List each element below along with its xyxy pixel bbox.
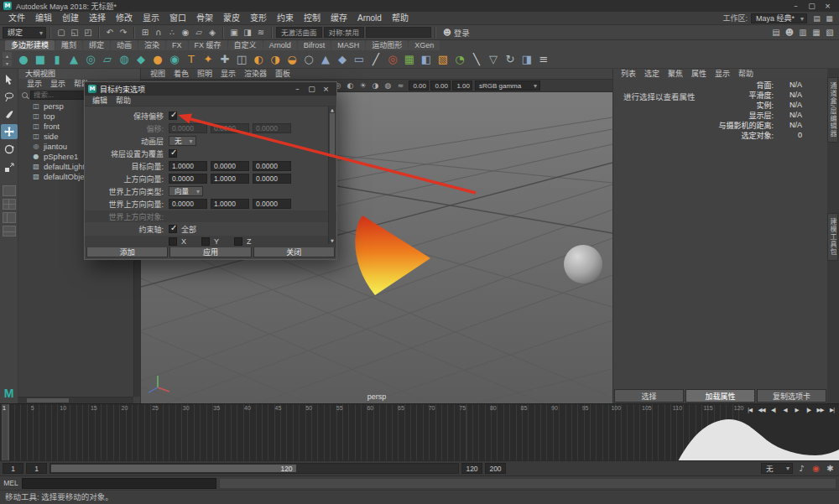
attribute-editor-menu[interactable]: 属性 xyxy=(687,69,711,79)
modeling-toolkit-tab[interactable]: 建模工具包 xyxy=(827,213,838,261)
reduce-icon[interactable]: ▽ xyxy=(485,51,502,68)
dialog-titlebar[interactable]: M 目标约束选项 – ▢ × xyxy=(85,82,336,96)
play-forward-icon[interactable]: ▶ xyxy=(791,405,802,414)
poly-plane-icon[interactable]: ▱ xyxy=(99,51,116,68)
multi-cut-icon[interactable]: ╱ xyxy=(367,51,384,68)
shadows-icon[interactable]: ◑ xyxy=(369,81,382,91)
single-pane-layout-button[interactable] xyxy=(3,185,16,196)
attribute-editor-menu[interactable]: 显示 xyxy=(711,69,734,79)
up-vector-y-field[interactable] xyxy=(211,174,249,184)
play-backward-icon[interactable]: ◀ xyxy=(779,405,790,414)
set-layer-override-checkbox[interactable] xyxy=(169,149,177,158)
snap-projected-center-icon[interactable]: ◉ xyxy=(179,26,192,39)
uv-editor-icon[interactable]: ▧ xyxy=(435,51,451,68)
make-live-icon[interactable]: ◈ xyxy=(206,26,219,39)
quad-draw-icon[interactable]: ▦ xyxy=(401,51,418,68)
viewport-menu[interactable]: 渲染器 xyxy=(240,69,271,79)
screen-space-ao-icon[interactable]: ◍ xyxy=(382,81,394,91)
menu-item[interactable]: 选择 xyxy=(84,12,111,24)
select-tool-button[interactable] xyxy=(1,71,18,86)
animation-start-field[interactable] xyxy=(3,463,23,474)
four-pane-layout-button[interactable] xyxy=(3,199,16,210)
mirror-icon[interactable]: ◧ xyxy=(418,51,435,68)
boolean-difference-icon[interactable]: ◑ xyxy=(267,51,284,68)
quick-input-field[interactable] xyxy=(366,27,431,38)
dialog-menu[interactable]: 帮助 xyxy=(112,96,135,106)
gamma-field[interactable] xyxy=(452,81,472,91)
attribute-editor-menu[interactable]: 列表 xyxy=(617,69,640,79)
rotate-tool-button[interactable] xyxy=(1,142,18,157)
constraint-axis-x-checkbox[interactable] xyxy=(169,237,177,246)
humanik-toggle-icon[interactable]: ☻ xyxy=(783,26,796,39)
poly-disc-icon[interactable]: ◍ xyxy=(116,51,133,68)
anim-preferences-icon[interactable]: ✱ xyxy=(824,463,836,475)
menu-item[interactable]: Arnold xyxy=(352,12,387,24)
sweep-mesh-icon[interactable]: ✦ xyxy=(200,51,216,68)
poly-cube-icon[interactable]: ■ xyxy=(32,51,49,68)
playback-end-field[interactable] xyxy=(461,463,482,474)
panel-button[interactable]: 加载属性 xyxy=(685,389,755,403)
animation-layer-dropdown[interactable]: 无 xyxy=(169,136,196,146)
redo-icon[interactable]: ↷ xyxy=(117,26,130,39)
constraint-axis-y-checkbox[interactable] xyxy=(201,237,210,246)
lasso-tool-button[interactable] xyxy=(1,89,18,104)
channel-box-layer-editor-tab[interactable]: 通道盒/层编辑器 xyxy=(827,77,838,143)
up-vector-z-field[interactable] xyxy=(253,174,291,184)
shelf-tab[interactable]: FX xyxy=(166,40,188,50)
panel-button[interactable]: 选择 xyxy=(614,389,684,403)
minimize-button[interactable]: – xyxy=(788,1,804,12)
workspace-settings-icon[interactable]: ▤ xyxy=(810,14,823,23)
two-pane-stacked-layout-button[interactable] xyxy=(3,226,16,236)
poly-torus-icon[interactable]: ◎ xyxy=(82,51,99,68)
character-set-dropdown[interactable]: 无 xyxy=(761,463,793,474)
world-up-vector-x-field[interactable] xyxy=(169,199,207,209)
tool-settings-toggle-icon[interactable]: ▦ xyxy=(810,26,823,39)
playback-range-bar[interactable]: 120 xyxy=(51,465,296,472)
scale-tool-button[interactable] xyxy=(1,159,18,174)
outliner-menu[interactable]: 显示 xyxy=(47,79,69,89)
separate-icon[interactable]: ◫ xyxy=(233,51,250,68)
menu-set-dropdown[interactable]: 绑定 xyxy=(3,27,46,39)
sculpt-tool-icon[interactable]: ◔ xyxy=(451,51,468,68)
extrude-icon[interactable]: ▲ xyxy=(317,51,334,68)
step-forward-frame-icon[interactable]: |▶ xyxy=(803,405,814,414)
menu-item[interactable]: 创建 xyxy=(57,12,84,24)
shelf-tab[interactable]: 绑定 xyxy=(83,40,110,50)
attribute-editor-menu[interactable]: 聚焦 xyxy=(664,69,687,79)
exposure-field[interactable] xyxy=(409,81,429,91)
menu-item[interactable]: 缓存 xyxy=(326,12,352,24)
dialog-maximize-button[interactable]: ▢ xyxy=(305,83,319,96)
dialog-menu[interactable]: 编辑 xyxy=(88,96,112,106)
viewport-menu[interactable]: 显示 xyxy=(216,69,240,79)
shelf-switcher[interactable]: ▴▾ xyxy=(3,52,12,66)
auto-keyframe-icon[interactable]: ◉ xyxy=(810,463,822,475)
outliner-horizontal-scrollbar[interactable] xyxy=(18,397,133,403)
outliner-menu[interactable]: 显示 xyxy=(23,79,45,89)
workspace-dropdown[interactable]: Maya 经典* xyxy=(751,13,807,23)
current-frame-marker[interactable]: 1 xyxy=(2,404,9,460)
animation-end-field[interactable] xyxy=(485,463,506,474)
shelf-tab[interactable]: 自定义 xyxy=(228,40,263,50)
symmetry-icon[interactable]: ◨ xyxy=(519,51,535,68)
dialog-scrollbar[interactable]: ▲ ▼ xyxy=(328,107,336,244)
world-up-vector-z-field[interactable] xyxy=(253,199,291,209)
playback-start-field[interactable] xyxy=(26,463,47,474)
lighting-icon[interactable]: ☀ xyxy=(357,81,369,91)
shelf-tab[interactable]: Bifrost xyxy=(298,40,331,50)
maximize-button[interactable]: ▢ xyxy=(804,1,820,12)
symmetry-box[interactable]: 对称:禁用 xyxy=(324,27,364,38)
target-weld-icon[interactable]: ◎ xyxy=(384,51,401,68)
shelf-tab[interactable]: 运动图形 xyxy=(366,40,408,50)
attribute-editor-menu[interactable]: 帮助 xyxy=(734,69,758,79)
go-to-start-icon[interactable]: |◀ xyxy=(744,405,755,414)
snap-view-plane-icon[interactable]: ▱ xyxy=(192,26,206,39)
shelf-tab[interactable]: Arnold xyxy=(263,40,297,50)
interface-toggle-icon[interactable]: ▦ xyxy=(823,14,836,23)
bridge-icon[interactable]: ▭ xyxy=(351,51,367,68)
shelf-tab[interactable]: 多边形建模 xyxy=(5,40,55,50)
range-slider[interactable]: 120 xyxy=(50,463,459,474)
close-button[interactable]: 关闭 xyxy=(253,246,335,257)
menu-item[interactable]: 窗口 xyxy=(164,12,191,24)
aim-vector-x-field[interactable] xyxy=(169,161,207,171)
up-vector-x-field[interactable] xyxy=(169,174,207,184)
